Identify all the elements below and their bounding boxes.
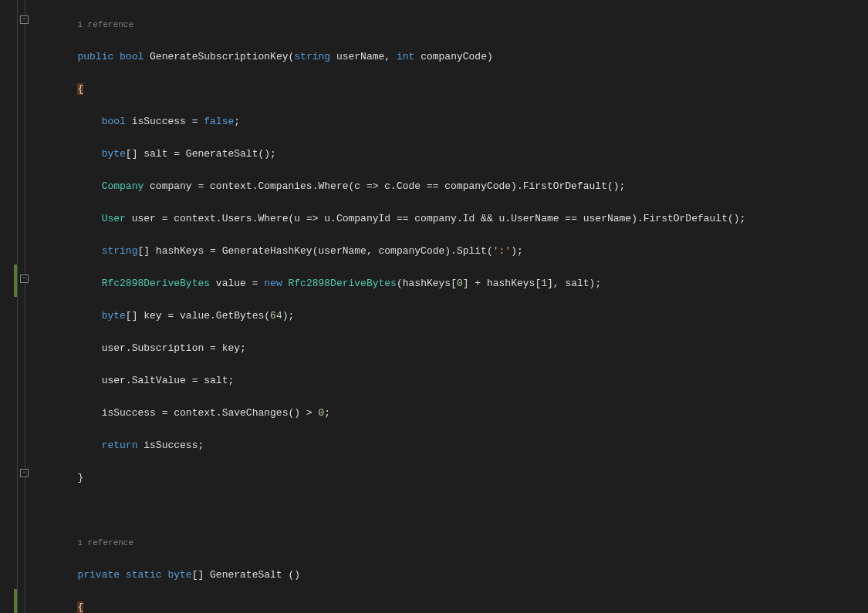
- fold-toggle-icon[interactable]: −: [20, 469, 29, 477]
- method-name: GenerateSubscriptionKey(: [144, 51, 294, 62]
- brace-close: }: [77, 472, 83, 483]
- fold-toggle-icon[interactable]: −: [20, 275, 29, 283]
- brace-open: {: [77, 83, 83, 95]
- brace-open: {: [77, 601, 83, 613]
- method-name: [] GenerateSalt (): [192, 569, 300, 581]
- editor-gutter: − − −: [0, 0, 29, 613]
- codelens-references[interactable]: 1 reference: [77, 538, 133, 547]
- type-name: User: [102, 213, 126, 224]
- codelens-references[interactable]: 1 reference: [77, 20, 133, 29]
- keyword: int: [397, 51, 414, 62]
- keyword: string: [294, 51, 330, 62]
- type-name: Company: [102, 180, 144, 192]
- change-marker: [14, 589, 17, 613]
- fold-bar: − − −: [19, 0, 29, 613]
- change-bar: [14, 0, 17, 613]
- change-marker: [14, 264, 17, 297]
- fold-toggle-icon[interactable]: −: [20, 15, 29, 24]
- code-editor[interactable]: − − − 1 reference public bool GenerateSu…: [0, 0, 868, 613]
- keyword: public bool: [77, 51, 144, 62]
- code-area[interactable]: 1 reference public bool GenerateSubscrip…: [29, 0, 868, 613]
